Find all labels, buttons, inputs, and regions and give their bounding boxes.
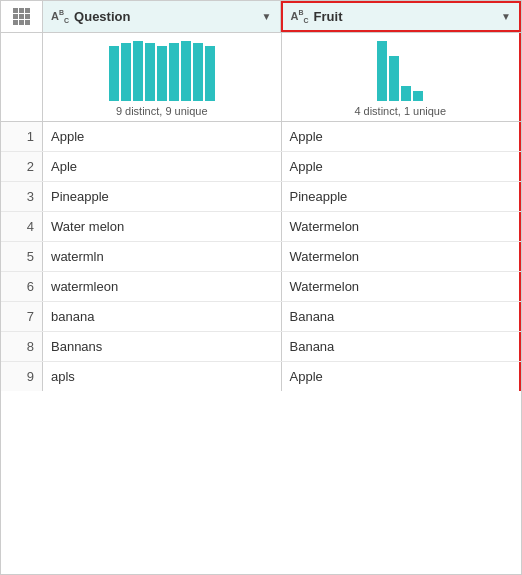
fruit-cell: Banana bbox=[282, 332, 522, 361]
bar bbox=[205, 46, 215, 101]
corner-cell bbox=[1, 1, 43, 32]
bar bbox=[109, 46, 119, 101]
data-table: ABC Question ▼ ABC Fruit ▼ bbox=[0, 0, 522, 575]
question-cell: Apple bbox=[43, 122, 282, 151]
fruit-cell: Watermelon bbox=[282, 242, 522, 271]
row-number: 7 bbox=[1, 302, 43, 331]
question-cell: apls bbox=[43, 362, 282, 391]
row-number: 3 bbox=[1, 182, 43, 211]
row-number: 1 bbox=[1, 122, 43, 151]
fruit-cell: Apple bbox=[282, 152, 522, 181]
data-rows: 1 Apple Apple 2 Aple Apple 3 Pineapple P… bbox=[1, 122, 521, 574]
question-col-label: Question bbox=[74, 9, 130, 24]
fruit-cell: Pineapple bbox=[282, 182, 522, 211]
bar bbox=[145, 43, 155, 101]
fruit-cell: Watermelon bbox=[282, 272, 522, 301]
fruit-cell: Banana bbox=[282, 302, 522, 331]
bar bbox=[413, 91, 423, 101]
question-cell: Water melon bbox=[43, 212, 282, 241]
bar bbox=[169, 43, 179, 101]
table-row: 7 banana Banana bbox=[1, 302, 521, 332]
histogram-number-cell bbox=[1, 33, 43, 121]
question-cell: Aple bbox=[43, 152, 282, 181]
bar bbox=[157, 46, 167, 101]
fruit-cell: Apple bbox=[282, 362, 522, 391]
fruit-abc-type-icon: ABC bbox=[291, 9, 309, 24]
fruit-col-label: Fruit bbox=[314, 9, 343, 24]
row-number: 8 bbox=[1, 332, 43, 361]
table-row: 5 watermln Watermelon bbox=[1, 242, 521, 272]
table-row: 4 Water melon Watermelon bbox=[1, 212, 521, 242]
grid-icon bbox=[13, 8, 30, 25]
question-cell: banana bbox=[43, 302, 282, 331]
row-number: 5 bbox=[1, 242, 43, 271]
question-histogram: 9 distinct, 9 unique bbox=[43, 33, 282, 121]
question-cell: Bannans bbox=[43, 332, 282, 361]
row-number: 6 bbox=[1, 272, 43, 301]
fruit-dropdown-arrow[interactable]: ▼ bbox=[501, 11, 511, 22]
table-row: 9 apls Apple bbox=[1, 362, 521, 391]
bar bbox=[133, 41, 143, 101]
table-row: 3 Pineapple Pineapple bbox=[1, 182, 521, 212]
header-row: ABC Question ▼ ABC Fruit ▼ bbox=[1, 1, 521, 33]
bar bbox=[401, 86, 411, 101]
histogram-row: 9 distinct, 9 unique 4 distinct, 1 uniqu… bbox=[1, 33, 521, 122]
table-row: 1 Apple Apple bbox=[1, 122, 521, 152]
question-dropdown-arrow[interactable]: ▼ bbox=[262, 11, 272, 22]
bar bbox=[389, 56, 399, 101]
question-bars bbox=[109, 41, 215, 101]
row-number: 9 bbox=[1, 362, 43, 391]
bar bbox=[121, 43, 131, 101]
row-number: 2 bbox=[1, 152, 43, 181]
question-column-header[interactable]: ABC Question ▼ bbox=[43, 1, 281, 32]
question-histogram-label: 9 distinct, 9 unique bbox=[116, 105, 208, 117]
table-row: 6 watermleon Watermelon bbox=[1, 272, 521, 302]
table-row: 2 Aple Apple bbox=[1, 152, 521, 182]
row-number: 4 bbox=[1, 212, 43, 241]
abc-type-icon: ABC bbox=[51, 9, 69, 24]
bar bbox=[377, 41, 387, 101]
question-cell: Pineapple bbox=[43, 182, 282, 211]
fruit-cell: Apple bbox=[282, 122, 522, 151]
bar bbox=[193, 43, 203, 101]
table-row: 8 Bannans Banana bbox=[1, 332, 521, 362]
fruit-column-header[interactable]: ABC Fruit ▼ bbox=[281, 1, 522, 32]
question-cell: watermleon bbox=[43, 272, 282, 301]
fruit-histogram: 4 distinct, 1 unique bbox=[282, 33, 522, 121]
fruit-histogram-label: 4 distinct, 1 unique bbox=[354, 105, 446, 117]
fruit-cell: Watermelon bbox=[282, 212, 522, 241]
question-cell: watermln bbox=[43, 242, 282, 271]
bar bbox=[181, 41, 191, 101]
fruit-bars bbox=[377, 41, 423, 101]
